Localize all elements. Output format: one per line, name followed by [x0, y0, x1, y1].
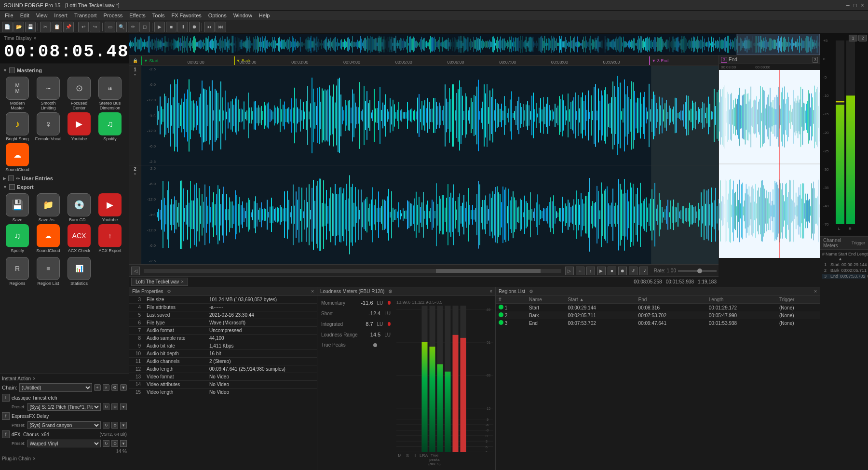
menu-help[interactable]: Help	[256, 12, 273, 19]
export-save[interactable]: 💾 Save	[3, 193, 32, 222]
tb-rewind[interactable]: ⏮	[204, 22, 215, 32]
zoom-in-h[interactable]: ↔	[576, 267, 584, 275]
preset-female-vocal[interactable]: ♀ Female Vocal	[34, 112, 63, 141]
metronome-icon[interactable]: 𝅘𝅥𝅯	[639, 267, 648, 275]
fx1-preset-select[interactable]: [Sys] S: 1/2 Pitch (Time*1, Pitch/2)	[27, 403, 101, 411]
menu-fx-favorites[interactable]: FX Favorites	[168, 12, 204, 19]
tb-erase[interactable]: ◻	[139, 22, 150, 32]
preset-soundcloud[interactable]: ☁ SoundCloud	[3, 143, 32, 172]
menu-tools[interactable]: Tools	[149, 12, 168, 19]
menu-process[interactable]: Process	[101, 12, 126, 19]
loudness-settings[interactable]: ⚙	[388, 289, 393, 294]
export-section-header[interactable]: ▼ Export	[2, 183, 127, 191]
preset-smooth-limiting[interactable]: ~ Smooth Limiting	[34, 77, 63, 110]
tb-zoom[interactable]: 🔍	[116, 22, 127, 32]
record-transport[interactable]: ⏺	[618, 267, 627, 275]
fx2-act2[interactable]: ⚙	[111, 422, 118, 429]
tb-record[interactable]: ⏺	[189, 22, 200, 32]
export-spotify[interactable]: ♫ Spotify	[3, 224, 32, 253]
preset-spotify[interactable]: ♫ Spotify	[95, 112, 124, 141]
region-row-2[interactable]: 3 End 00:07:53.702 00:09:47.641 00:01:53…	[496, 319, 820, 327]
fx3-act2[interactable]: ⚙	[111, 440, 118, 447]
regions-settings[interactable]: ⚙	[529, 289, 533, 294]
rate-slider[interactable]	[678, 270, 717, 272]
user-entries-checkbox[interactable]	[8, 175, 14, 181]
filename-close[interactable]: ×	[181, 279, 184, 284]
tb-redo[interactable]: ↪	[90, 22, 100, 32]
export-regions[interactable]: R Regions	[3, 257, 32, 286]
fx1-act3[interactable]: ▼	[120, 403, 127, 410]
tb-new[interactable]: 📄	[2, 22, 13, 32]
fx3-preset-select[interactable]: Warped Vinyl	[27, 440, 101, 447]
end-marker[interactable]: 3	[721, 57, 727, 63]
tb-pause[interactable]: ⏸	[177, 22, 188, 32]
export-statistics[interactable]: 📊 Statistics	[65, 257, 94, 286]
tb-stop[interactable]: ■	[166, 22, 176, 32]
fx2-act3[interactable]: ▼	[120, 422, 127, 429]
preset-stereo-bus[interactable]: ≋ Stereo Bus Dimension	[95, 77, 124, 110]
stop-transport[interactable]: ■	[608, 267, 616, 275]
ia-close[interactable]: ×	[33, 376, 36, 381]
close-button[interactable]: ×	[861, 2, 864, 9]
export-burn-cd[interactable]: 💿 Burn CD...	[65, 193, 94, 222]
regions-close[interactable]: ×	[814, 289, 817, 294]
tb-select[interactable]: ▭	[105, 22, 115, 32]
tb-save[interactable]: 💾	[25, 22, 36, 32]
file-props-close[interactable]: ×	[311, 289, 314, 294]
file-props-settings[interactable]: ⚙	[167, 289, 171, 294]
fx3-act3[interactable]: ▼	[120, 440, 127, 447]
menu-window[interactable]: Window	[231, 12, 255, 19]
marker-end[interactable]: ▼ 3 End	[649, 56, 668, 65]
marker-start[interactable]: ▼ Start	[141, 56, 158, 65]
tb-paste[interactable]: 📌	[63, 22, 74, 32]
scroll-track[interactable]	[144, 269, 561, 273]
chain-menu[interactable]: ▼	[120, 384, 127, 391]
export-save-as[interactable]: 📁 Save As...	[34, 193, 63, 222]
chain-settings[interactable]: ⚙	[111, 384, 118, 391]
preset-modern-master[interactable]: MM Modern Master	[3, 77, 32, 110]
preset-focused-center[interactable]: ⊙ Focused Center	[65, 77, 94, 110]
fx1-act2[interactable]: ⚙	[111, 403, 118, 410]
scroll-right[interactable]: ▷	[565, 267, 574, 275]
menu-insert[interactable]: Insert	[51, 12, 70, 19]
export-region-list[interactable]: ≡ Region List	[34, 257, 63, 286]
menu-file[interactable]: File	[2, 12, 16, 19]
tb-ffwd[interactable]: ⏭	[216, 22, 226, 32]
loudness-close[interactable]: ×	[489, 289, 492, 294]
chain-del[interactable]: ×	[103, 384, 109, 391]
zoom-out-h[interactable]: ↕	[586, 267, 595, 275]
export-acx-check[interactable]: ACX ACX Check	[65, 224, 94, 253]
menu-transport[interactable]: Transport	[71, 12, 100, 19]
export-soundcloud[interactable]: ☁ SoundCloud	[34, 224, 63, 253]
minimize-button[interactable]: –	[846, 2, 850, 9]
menu-options[interactable]: Options	[205, 12, 230, 19]
fx2-preset-select[interactable]: [Sys] Grand canyon	[27, 421, 101, 429]
scroll-left[interactable]: ◁	[131, 267, 140, 275]
preset-youtube[interactable]: ▶ Youtube	[65, 112, 94, 141]
region-row-1[interactable]: 2 Bark 00:02:05.711 00:07:53.702 00:05:4…	[496, 311, 820, 319]
scroll-thumb[interactable]	[436, 269, 540, 273]
chain-select[interactable]: (Untitled)	[19, 383, 92, 392]
loop-transport[interactable]: ↺	[629, 267, 637, 275]
mastering-checkbox[interactable]	[9, 67, 15, 73]
play-transport[interactable]: ▶	[597, 267, 606, 275]
export-acx-export[interactable]: ↑ ACX Export	[95, 224, 124, 253]
preset-bright-song[interactable]: ♪ Bright Song	[3, 112, 32, 141]
export-checkbox[interactable]	[9, 184, 15, 190]
menu-view[interactable]: View	[33, 12, 51, 19]
export-youtube[interactable]: ▶ Youtube	[95, 193, 124, 222]
tb-copy[interactable]: 📋	[52, 22, 62, 32]
chain-new[interactable]: +	[94, 384, 101, 391]
mastering-section-header[interactable]: ▼ Mastering	[2, 66, 127, 75]
user-entries-header[interactable]: ▶ ✏ User Entries	[2, 174, 127, 183]
window-controls[interactable]: – □ ×	[846, 2, 864, 9]
tb-open[interactable]: 📂	[14, 22, 24, 32]
fx1-act1[interactable]: ↻	[103, 403, 109, 410]
maximize-button[interactable]: □	[854, 2, 857, 9]
fx2-act1[interactable]: ↻	[103, 422, 109, 429]
tb-play[interactable]: ▶	[154, 22, 165, 32]
vu-tab-1[interactable]: 1	[849, 35, 857, 41]
time-display-close[interactable]: ×	[33, 36, 36, 41]
fx3-act1[interactable]: ↻	[103, 440, 109, 447]
tb-undo[interactable]: ↩	[78, 22, 89, 32]
